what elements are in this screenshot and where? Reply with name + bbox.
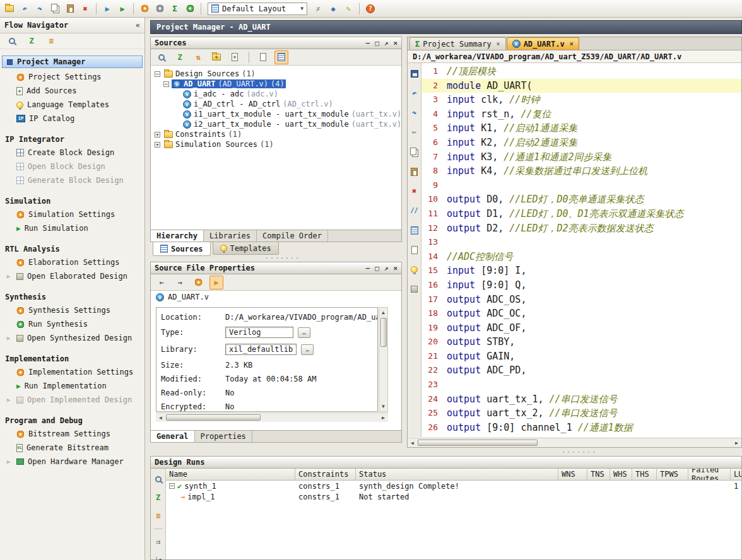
flow-item-open-implemented-design[interactable]: ▷Open Implemented Design — [0, 393, 144, 407]
flow-item-run-implementation[interactable]: ▶Run Implementation — [0, 379, 144, 393]
tree-item-constraints[interactable]: +Constraints(1) — [151, 129, 401, 139]
scroll-thumb[interactable] — [380, 318, 387, 347]
horizontal-scrollbar[interactable]: ◀ ▶ — [156, 412, 388, 422]
create-file-icon[interactable]: + — [228, 50, 242, 64]
code-line-23[interactable]: 23 — [421, 378, 741, 392]
flow-item-generate-bitstream[interactable]: 01Generate Bitstream — [0, 441, 144, 455]
collapse-panel-icon[interactable]: « — [136, 21, 140, 30]
flow-item-project-settings[interactable]: Project Settings — [0, 70, 144, 84]
flow-item-run-synthesis[interactable]: Run Synthesis — [0, 317, 144, 331]
tree-item-design-sources[interactable]: −Design Sources(1) — [151, 69, 401, 79]
undo-icon[interactable]: ↶ — [408, 86, 421, 100]
search-icon[interactable] — [5, 34, 19, 48]
code-line-8[interactable]: 8input K4, //采集数据通过串口发送到上位机 — [421, 164, 741, 178]
delete-icon[interactable]: ✖ — [78, 2, 92, 16]
flow-item-synthesis-settings[interactable]: Synthesis Settings — [0, 303, 144, 317]
expand-icon[interactable]: ▷ — [7, 335, 10, 341]
expand-icon[interactable]: ▷ — [7, 459, 10, 465]
flow-item-ip-catalog[interactable]: IPIP Catalog — [0, 112, 144, 125]
column-header-constraints[interactable]: Constraints — [295, 469, 356, 480]
paste-icon[interactable] — [63, 2, 77, 16]
flow-item-open-synthesized-design[interactable]: ▷Open Synthesized Design — [0, 331, 144, 345]
copy-icon[interactable] — [408, 145, 421, 159]
scroll-up-icon[interactable]: ▲ — [379, 308, 388, 317]
report-icon[interactable] — [256, 50, 270, 64]
expand-icon[interactable]: + — [155, 132, 160, 137]
flow-item-add-sources[interactable]: +Add Sources — [0, 84, 144, 98]
collapse-icon[interactable]: − — [169, 483, 175, 489]
expand-collapse-icon[interactable]: ⇅ — [191, 50, 205, 64]
editor-tab-ad-uart-v[interactable]: vAD_UART.v× — [507, 37, 579, 50]
library-input[interactable]: xil_defaultlib — [225, 344, 297, 355]
code-line-19[interactable]: 19output ADC_OF, — [421, 321, 741, 335]
scroll-left-icon[interactable]: ◀ — [156, 413, 165, 423]
flow-item-create-block-design[interactable]: Create Block Design — [0, 146, 144, 160]
browse-button[interactable]: … — [301, 344, 314, 355]
scroll-left-icon[interactable]: ◀ — [408, 438, 417, 448]
report-sigma-icon[interactable]: Σ — [168, 2, 182, 16]
flow-item-language-templates[interactable]: Language Templates — [0, 98, 144, 112]
close-tab-icon[interactable]: × — [497, 40, 500, 47]
configure-gear-icon[interactable] — [183, 2, 197, 16]
column-header-ths[interactable]: THS — [632, 469, 657, 480]
flow-item-implementation-settings[interactable]: Implementation Settings — [0, 365, 144, 379]
editor-tab-project-summary[interactable]: ΣProject Summary× — [409, 37, 506, 50]
external-icon[interactable]: ↗ — [384, 39, 389, 47]
run-row-impl-1[interactable]: →impl_1constrs_1Not started — [166, 491, 741, 502]
step-icon[interactable]: ⇉ — [151, 535, 165, 549]
code-line-11[interactable]: 11output D1, //LED灯，D0、D1亮表示双通道采集状态 — [421, 207, 741, 221]
dock-tab-sources[interactable]: Sources — [153, 242, 211, 256]
code-line-21[interactable]: 21output GAIN, — [421, 349, 741, 364]
vertical-scrollbar[interactable]: ▲ ▼ — [379, 307, 388, 412]
flow-item-open-elaborated-design[interactable]: ▷Open Elaborated Design — [0, 269, 144, 283]
expand-icon[interactable]: ▷ — [7, 397, 10, 403]
open-project-icon[interactable] — [3, 2, 16, 16]
paste-icon[interactable] — [408, 165, 421, 178]
float-icon[interactable]: □ — [375, 264, 379, 272]
close-icon[interactable]: × — [393, 264, 398, 272]
marker-icon[interactable]: ◆ — [326, 2, 340, 16]
scroll-right-icon[interactable]: ▶ — [732, 438, 741, 448]
filter-icon[interactable]: Z — [25, 34, 38, 48]
auto-select-icon[interactable]: ▶ — [209, 276, 223, 289]
tree-item-ad-uart[interactable]: −vAD_UART(AD_UART.v)(4) — [151, 79, 401, 89]
reset-run-icon[interactable]: |◀ — [151, 553, 165, 560]
column-header-status[interactable]: Status — [356, 469, 558, 480]
scroll-to-icon[interactable] — [274, 50, 288, 64]
code-line-10[interactable]: 10output D0, //LED灯，D0亮单通道采集状态 — [421, 192, 741, 207]
indent-icon[interactable] — [408, 223, 421, 237]
code-line-6[interactable]: 6input K2, //启动2通道采集 — [421, 136, 741, 150]
collapse-icon[interactable]: − — [155, 71, 160, 77]
properties-tab-properties[interactable]: Properties — [195, 431, 252, 442]
filter-icon[interactable]: Z — [173, 50, 187, 64]
collapse-icon[interactable]: − — [163, 81, 169, 87]
flow-item-open-block-design[interactable]: Open Block Design — [0, 160, 144, 173]
external-icon[interactable]: ↗ — [384, 264, 389, 272]
code-line-18[interactable]: 18output ADC_OC, — [421, 306, 741, 321]
resume-icon[interactable]: ▶ — [115, 2, 129, 16]
back-icon[interactable]: ← — [155, 276, 168, 289]
flow-section-label-project-manager[interactable]: Project Manager — [2, 55, 143, 68]
undo-icon[interactable]: ↶ — [18, 2, 32, 16]
code-line-20[interactable]: 20output STBY, — [421, 335, 741, 349]
horizontal-scrollbar[interactable]: ◀ ▶ — [408, 438, 741, 447]
scroll-down-icon[interactable]: ▼ — [379, 402, 388, 411]
tools-icon[interactable] — [153, 2, 167, 16]
code-line-7[interactable]: 7input K3, //通道1和通道2同步采集 — [421, 150, 741, 165]
redo-icon[interactable]: ↷ — [408, 106, 421, 120]
code-line-13[interactable]: 13 — [421, 235, 741, 250]
code-line-15[interactable]: 15input [9:0] I, — [421, 264, 741, 278]
flow-item-generate-block-design[interactable]: Generate Block Design — [0, 173, 144, 187]
properties-gear-icon[interactable] — [191, 276, 205, 289]
code-line-9[interactable]: 9 — [421, 178, 741, 193]
sort-icon[interactable]: ≡ — [151, 509, 165, 523]
code-line-26[interactable]: 26output [9:0] channel_1 //通道1数据 — [421, 421, 741, 435]
code-line-14[interactable]: 14//ADC控制信号 — [421, 250, 741, 264]
splitter-handle[interactable]: ······· — [265, 255, 300, 262]
snippet-icon[interactable] — [408, 282, 421, 296]
search-icon[interactable] — [151, 472, 165, 486]
search-icon[interactable] — [155, 50, 168, 64]
code-line-5[interactable]: 5input K1, //启动1通道采集 — [421, 121, 741, 136]
delete-icon[interactable]: ✖ — [408, 184, 421, 198]
code-line-3[interactable]: 3input clk, //时钟 — [421, 93, 741, 107]
